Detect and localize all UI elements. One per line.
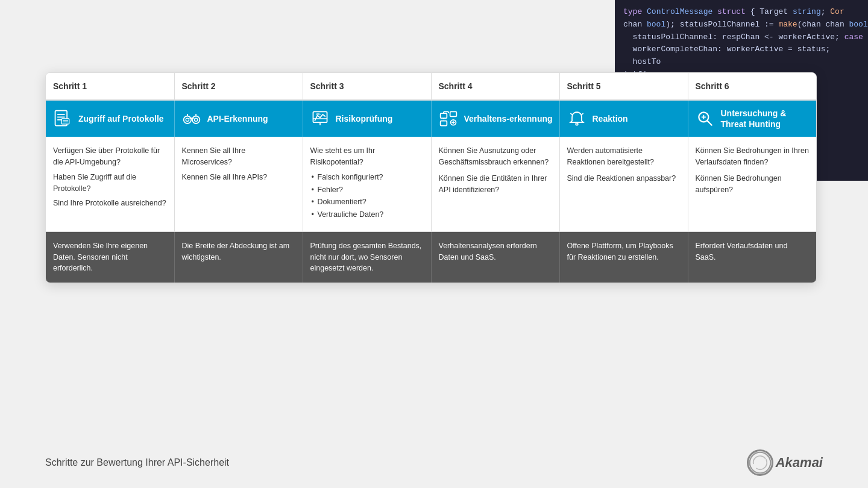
step-cell-4: Verhaltens-erkennung	[431, 100, 559, 137]
step5-label: Reaktion	[593, 113, 628, 124]
header-row: Schritt 1 Schritt 2 Schritt 3 Schritt 4 …	[46, 73, 816, 100]
step6-label: Untersuchung & Threat Hunting	[721, 108, 811, 130]
questions-cell-3: Wie steht es um Ihr Risikopotential? Fal…	[303, 137, 431, 231]
step3-label: Risikoprüfung	[336, 113, 393, 124]
step-cell-1: Zugriff auf Protokolle	[46, 100, 174, 137]
q1-item1: Verfügen Sie über Protokolle für die API…	[53, 145, 167, 168]
step4-label: Verhaltens-erkennung	[464, 113, 553, 124]
q6-item1: Können Sie Bedrohungen in Ihren Verlaufs…	[696, 145, 810, 168]
q1-item2: Haben Sie Zugriff auf die Protokolle?	[53, 172, 167, 195]
q4-item2: Können Sie die Entitäten in Ihrer API id…	[439, 173, 552, 196]
q2-item2: Kennen Sie all Ihre APIs?	[182, 172, 295, 183]
svg-point-7	[183, 116, 190, 124]
q2-item1: Kennen Sie all Ihre Microservices?	[182, 145, 295, 168]
svg-point-37	[750, 454, 769, 472]
svg-rect-25	[440, 121, 447, 126]
q3-intro: Wie steht es um Ihr Risikopotential?	[310, 145, 424, 168]
summary-cell-2: Die Breite der Abdeckung ist am wichtigs…	[174, 231, 303, 283]
header-step5: Schritt 5	[559, 73, 688, 100]
q4-item1: Können Sie Ausnutzung oder Geschäftsmiss…	[439, 145, 552, 168]
svg-point-30	[576, 123, 578, 125]
bell-icon	[566, 108, 588, 130]
header-step1: Schritt 1	[46, 73, 174, 100]
svg-point-9	[186, 118, 189, 121]
step1-label: Zugriff auf Protokolle	[78, 113, 164, 124]
header-step2: Schritt 2	[174, 73, 303, 100]
blue-steps-row: Zugriff auf Protokolle	[46, 100, 816, 137]
search-magnify-icon	[694, 108, 716, 130]
summary-cell-1: Verwenden Sie Ihre eigenen Daten. Sensor…	[46, 231, 174, 283]
summary-cell-5: Offene Plattform, um Playbooks für Reakt…	[559, 231, 688, 283]
summary-cell-6: Erfordert Verlaufsdaten und SaaS.	[688, 231, 816, 283]
questions-row: Verfügen Sie über Protokolle für die API…	[46, 137, 816, 231]
svg-rect-19	[440, 113, 447, 118]
svg-point-10	[194, 118, 197, 121]
q3-bullet4: Vertrauliche Daten?	[310, 209, 424, 221]
questions-cell-2: Kennen Sie all Ihre Microservices? Kenne…	[174, 137, 303, 231]
summary-cell-4: Verhaltensanalysen erfordern Daten und S…	[431, 231, 559, 283]
step-cell-5: Reaktion	[559, 100, 688, 137]
header-step3: Schritt 3	[303, 73, 431, 100]
q5-item1: Werden automatisierte Reaktionen bereitg…	[567, 145, 681, 168]
header-step4: Schritt 4	[431, 73, 559, 100]
svg-point-8	[192, 116, 199, 124]
questions-cell-6: Können Sie Bedrohungen in Ihren Verlaufs…	[688, 137, 816, 231]
q5-item2: Sind die Reaktionen anpassbar?	[567, 173, 681, 184]
questions-cell-4: Können Sie Ausnutzung oder Geschäftsmiss…	[431, 137, 559, 231]
binoculars-icon	[181, 108, 203, 130]
header-step6: Schritt 6	[688, 73, 816, 100]
questions-cell-1: Verfügen Sie über Protokolle für die API…	[46, 137, 174, 231]
summary-row: Verwenden Sie Ihre eigenen Daten. Sensor…	[46, 231, 816, 283]
q3-bullets: Falsch konfiguriert? Fehler? Dokumentier…	[310, 172, 424, 221]
table-card: Schritt 1 Schritt 2 Schritt 3 Schritt 4 …	[45, 72, 817, 283]
svg-rect-4	[61, 119, 69, 124]
steps-table: Schritt 1 Schritt 2 Schritt 3 Schritt 4 …	[46, 73, 816, 283]
step2-label: API-Erkennung	[207, 113, 268, 124]
document-icon	[52, 108, 74, 130]
step-cell-3: vs. Risikoprüfung	[303, 100, 431, 137]
chart-icon: vs.	[309, 108, 331, 130]
svg-rect-23	[450, 112, 456, 117]
q6-item2: Können Sie Bedrohungen aufspüren?	[696, 173, 810, 196]
q3-bullet3: Dokumentiert?	[310, 196, 424, 208]
q3-bullet2: Fehler?	[310, 184, 424, 196]
q1-item3: Sind Ihre Protokolle ausreichend?	[53, 198, 167, 209]
network-icon	[438, 108, 459, 130]
questions-cell-5: Werden automatisierte Reaktionen bereitg…	[559, 137, 688, 231]
step-cell-2: API-Erkennung	[174, 100, 303, 137]
svg-line-33	[707, 121, 711, 125]
q3-bullet1: Falsch konfiguriert?	[310, 172, 424, 183]
akamai-text: Akamai	[776, 455, 823, 471]
step-cell-6: Untersuchung & Threat Hunting	[688, 100, 816, 137]
footer-title: Schritte zur Bewertung Ihrer API-Sicherh…	[45, 457, 229, 468]
main-content: Schritt 1 Schritt 2 Schritt 3 Schritt 4 …	[45, 72, 817, 283]
svg-text:vs.: vs.	[315, 111, 321, 116]
summary-cell-3: Prüfung des gesamten Bestands, nicht nur…	[303, 231, 431, 283]
footer: Schritte zur Bewertung Ihrer API-Sicherh…	[45, 449, 823, 476]
akamai-circle-icon	[747, 449, 773, 476]
akamai-logo: Akamai	[747, 449, 823, 476]
